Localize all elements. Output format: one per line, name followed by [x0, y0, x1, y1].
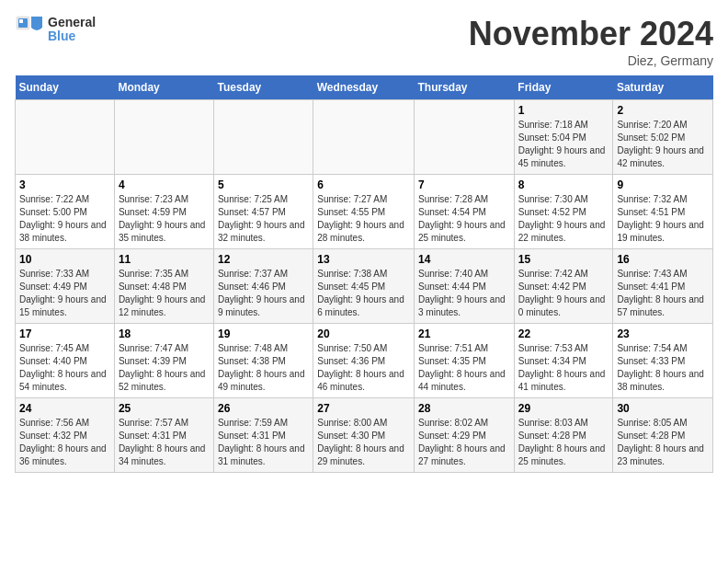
calendar-cell: 3Sunrise: 7:22 AMSunset: 5:00 PMDaylight… [16, 175, 115, 249]
day-info: Sunrise: 7:25 AMSunset: 4:57 PMDaylight:… [218, 193, 309, 245]
day-info: Sunrise: 7:35 AMSunset: 4:48 PMDaylight:… [119, 268, 210, 319]
day-info: Sunrise: 7:37 AMSunset: 4:46 PMDaylight:… [218, 268, 309, 319]
day-info: Sunrise: 7:23 AMSunset: 4:59 PMDaylight:… [119, 193, 210, 245]
day-info: Sunrise: 7:32 AMSunset: 4:51 PMDaylight:… [617, 193, 709, 245]
day-info: Sunrise: 8:03 AMSunset: 4:28 PMDaylight:… [518, 417, 609, 468]
calendar-cell: 4Sunrise: 7:23 AMSunset: 4:59 PMDaylight… [114, 175, 213, 249]
calendar-cell: 16Sunrise: 7:43 AMSunset: 4:41 PMDayligh… [613, 249, 713, 324]
col-friday: Friday [514, 75, 613, 100]
calendar-cell: 21Sunrise: 7:51 AMSunset: 4:35 PMDayligh… [415, 324, 515, 398]
day-number: 13 [317, 253, 410, 266]
logo-svg [15, 15, 44, 44]
day-info: Sunrise: 7:51 AMSunset: 4:35 PMDaylight:… [418, 342, 510, 394]
day-number: 25 [119, 402, 210, 415]
day-number: 19 [218, 327, 309, 340]
calendar-week-3: 17Sunrise: 7:45 AMSunset: 4:40 PMDayligh… [16, 324, 713, 398]
day-info: Sunrise: 7:50 AMSunset: 4:36 PMDaylight:… [317, 342, 410, 394]
calendar-cell: 5Sunrise: 7:25 AMSunset: 4:57 PMDaylight… [213, 175, 313, 249]
day-number: 21 [418, 327, 510, 340]
svg-rect-2 [19, 19, 23, 23]
calendar-cell [16, 100, 115, 175]
day-info: Sunrise: 7:59 AMSunset: 4:31 PMDaylight:… [218, 417, 309, 468]
calendar-week-2: 10Sunrise: 7:33 AMSunset: 4:49 PMDayligh… [16, 249, 713, 324]
col-thursday: Thursday [415, 75, 515, 100]
calendar-cell: 8Sunrise: 7:30 AMSunset: 4:52 PMDaylight… [514, 175, 613, 249]
day-info: Sunrise: 7:18 AMSunset: 5:04 PMDaylight:… [518, 119, 609, 170]
calendar-week-0: 1Sunrise: 7:18 AMSunset: 5:04 PMDaylight… [16, 100, 713, 175]
calendar-week-1: 3Sunrise: 7:22 AMSunset: 5:00 PMDaylight… [16, 175, 713, 249]
day-number: 23 [617, 327, 709, 340]
calendar-cell [313, 100, 415, 175]
calendar-cell [415, 100, 515, 175]
day-info: Sunrise: 7:40 AMSunset: 4:44 PMDaylight:… [418, 268, 510, 319]
calendar-cell: 17Sunrise: 7:45 AMSunset: 4:40 PMDayligh… [16, 324, 115, 398]
calendar-subtitle: Diez, Germany [469, 53, 713, 68]
calendar-cell: 7Sunrise: 7:28 AMSunset: 4:54 PMDaylight… [415, 175, 515, 249]
calendar-header-row: Sunday Monday Tuesday Wednesday Thursday… [16, 75, 713, 100]
calendar-cell: 27Sunrise: 8:00 AMSunset: 4:30 PMDayligh… [313, 398, 415, 473]
calendar-table: Sunday Monday Tuesday Wednesday Thursday… [15, 75, 713, 473]
day-info: Sunrise: 7:38 AMSunset: 4:45 PMDaylight:… [317, 268, 410, 319]
calendar-week-4: 24Sunrise: 7:56 AMSunset: 4:32 PMDayligh… [16, 398, 713, 473]
day-info: Sunrise: 7:20 AMSunset: 5:02 PMDaylight:… [617, 119, 709, 170]
day-number: 1 [518, 104, 609, 117]
col-tuesday: Tuesday [213, 75, 313, 100]
col-monday: Monday [114, 75, 213, 100]
day-info: Sunrise: 7:48 AMSunset: 4:38 PMDaylight:… [218, 342, 309, 394]
calendar-cell: 23Sunrise: 7:54 AMSunset: 4:33 PMDayligh… [613, 324, 713, 398]
day-info: Sunrise: 8:05 AMSunset: 4:28 PMDaylight:… [617, 417, 709, 468]
calendar-cell: 29Sunrise: 8:03 AMSunset: 4:28 PMDayligh… [514, 398, 613, 473]
calendar-cell: 15Sunrise: 7:42 AMSunset: 4:42 PMDayligh… [514, 249, 613, 324]
day-info: Sunrise: 7:43 AMSunset: 4:41 PMDaylight:… [617, 268, 709, 319]
day-number: 12 [218, 253, 309, 266]
col-wednesday: Wednesday [313, 75, 415, 100]
title-area: November 2024 Diez, Germany [469, 15, 713, 68]
day-info: Sunrise: 7:56 AMSunset: 4:32 PMDaylight:… [19, 417, 110, 468]
day-info: Sunrise: 7:45 AMSunset: 4:40 PMDaylight:… [19, 342, 110, 394]
calendar-cell: 14Sunrise: 7:40 AMSunset: 4:44 PMDayligh… [415, 249, 515, 324]
calendar-cell: 1Sunrise: 7:18 AMSunset: 5:04 PMDaylight… [514, 100, 613, 175]
day-number: 11 [119, 253, 210, 266]
day-info: Sunrise: 7:27 AMSunset: 4:55 PMDaylight:… [317, 193, 410, 245]
day-number: 5 [218, 178, 309, 191]
day-number: 18 [119, 327, 210, 340]
day-number: 15 [518, 253, 609, 266]
day-number: 30 [617, 402, 709, 415]
day-number: 28 [418, 402, 510, 415]
calendar-cell: 2Sunrise: 7:20 AMSunset: 5:02 PMDaylight… [613, 100, 713, 175]
calendar-cell: 10Sunrise: 7:33 AMSunset: 4:49 PMDayligh… [16, 249, 115, 324]
day-number: 4 [119, 178, 210, 191]
calendar-cell: 6Sunrise: 7:27 AMSunset: 4:55 PMDaylight… [313, 175, 415, 249]
calendar-title: November 2024 [469, 15, 713, 53]
calendar-cell: 12Sunrise: 7:37 AMSunset: 4:46 PMDayligh… [213, 249, 313, 324]
day-number: 9 [617, 178, 709, 191]
day-info: Sunrise: 7:53 AMSunset: 4:34 PMDaylight:… [518, 342, 609, 394]
day-number: 22 [518, 327, 609, 340]
calendar-cell [213, 100, 313, 175]
calendar-cell: 13Sunrise: 7:38 AMSunset: 4:45 PMDayligh… [313, 249, 415, 324]
day-number: 17 [19, 327, 110, 340]
logo-blue: Blue [48, 29, 96, 43]
day-info: Sunrise: 7:47 AMSunset: 4:39 PMDaylight:… [119, 342, 210, 394]
day-number: 8 [518, 178, 609, 191]
calendar-cell: 28Sunrise: 8:02 AMSunset: 4:29 PMDayligh… [415, 398, 515, 473]
day-number: 24 [19, 402, 110, 415]
header: General Blue November 2024 Diez, Germany [15, 15, 713, 68]
day-number: 27 [317, 402, 410, 415]
calendar-cell: 9Sunrise: 7:32 AMSunset: 4:51 PMDaylight… [613, 175, 713, 249]
day-info: Sunrise: 7:28 AMSunset: 4:54 PMDaylight:… [418, 193, 510, 245]
calendar-cell: 26Sunrise: 7:59 AMSunset: 4:31 PMDayligh… [213, 398, 313, 473]
calendar-cell: 30Sunrise: 8:05 AMSunset: 4:28 PMDayligh… [613, 398, 713, 473]
day-number: 26 [218, 402, 309, 415]
day-info: Sunrise: 8:02 AMSunset: 4:29 PMDaylight:… [418, 417, 510, 468]
day-number: 29 [518, 402, 609, 415]
day-info: Sunrise: 7:54 AMSunset: 4:33 PMDaylight:… [617, 342, 709, 394]
day-number: 16 [617, 253, 709, 266]
calendar-cell: 18Sunrise: 7:47 AMSunset: 4:39 PMDayligh… [114, 324, 213, 398]
calendar-cell: 20Sunrise: 7:50 AMSunset: 4:36 PMDayligh… [313, 324, 415, 398]
day-info: Sunrise: 7:33 AMSunset: 4:49 PMDaylight:… [19, 268, 110, 319]
day-number: 6 [317, 178, 410, 191]
day-number: 2 [617, 104, 709, 117]
col-sunday: Sunday [16, 75, 115, 100]
day-number: 10 [19, 253, 110, 266]
